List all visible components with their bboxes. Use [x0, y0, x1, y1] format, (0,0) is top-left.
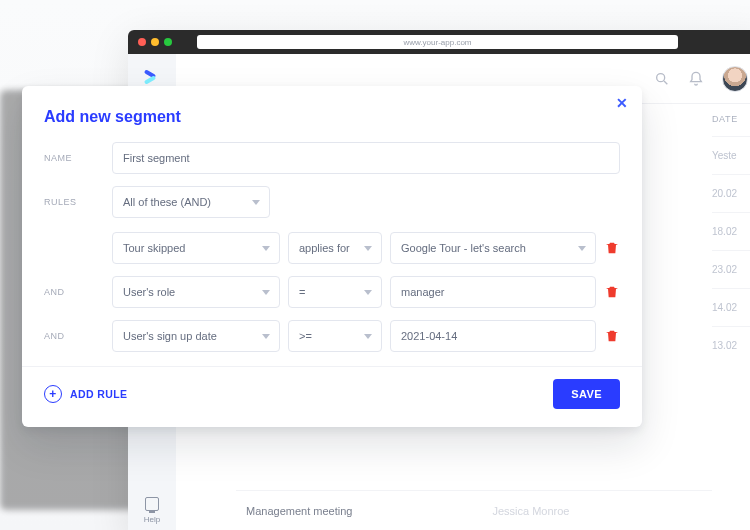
table-row[interactable]: 23.02 [712, 250, 750, 288]
name-label: NAME [44, 153, 102, 163]
trash-icon[interactable] [604, 284, 620, 300]
table-row[interactable]: 14.02 [712, 288, 750, 326]
table-row[interactable]: 20.02 [712, 174, 750, 212]
window-zoom-dot[interactable] [164, 38, 172, 46]
rule-field-select[interactable]: User's role [112, 276, 280, 308]
svg-point-0 [657, 73, 665, 81]
table-row[interactable]: 18.02 [712, 212, 750, 250]
rule-operator-select[interactable]: >= [288, 320, 382, 352]
rule-and-label: AND [44, 287, 102, 297]
date-column: DATE Yeste 20.02 18.02 23.02 14.02 13.02 [712, 104, 750, 364]
trash-icon[interactable] [604, 328, 620, 344]
add-segment-modal: ✕ Add new segment NAME First segment RUL… [22, 86, 642, 427]
combinator-select[interactable]: All of these (AND) [112, 186, 270, 218]
rule-operator-select[interactable]: applies for [288, 232, 382, 264]
window-minimize-dot[interactable] [151, 38, 159, 46]
table-row-bottom[interactable]: Management meeting Jessica Monroe [236, 490, 712, 530]
rule-field-select[interactable]: Tour skipped [112, 232, 280, 264]
rule-operator-select[interactable]: = [288, 276, 382, 308]
segment-name-input[interactable]: First segment [112, 142, 620, 174]
modal-title: Add new segment [44, 108, 620, 126]
browser-url-bar[interactable]: www.your-app.com [197, 35, 678, 49]
search-icon[interactable] [654, 71, 670, 87]
rules-row: RULES All of these (AND) [44, 186, 620, 218]
date-column-header: DATE [712, 104, 750, 136]
svg-line-1 [664, 81, 667, 84]
rule-field-select[interactable]: User's sign up date [112, 320, 280, 352]
help-icon [145, 497, 159, 511]
avatar[interactable] [722, 66, 748, 92]
rule-row-2: AND User's role = manager [44, 276, 620, 308]
rule-value-select[interactable]: Google Tour - let's search [390, 232, 596, 264]
row-person: Jessica Monroe [492, 505, 569, 517]
modal-divider [22, 366, 642, 367]
window-close-dot[interactable] [138, 38, 146, 46]
row-title: Management meeting [246, 505, 352, 517]
rule-and-label: AND [44, 331, 102, 341]
trash-icon[interactable] [604, 240, 620, 256]
name-row: NAME First segment [44, 142, 620, 174]
close-icon[interactable]: ✕ [616, 96, 628, 110]
rule-value-input[interactable]: 2021-04-14 [390, 320, 596, 352]
sidebar-help-label: Help [144, 515, 160, 524]
plus-icon: + [44, 385, 62, 403]
rules-label: RULES [44, 197, 102, 207]
browser-titlebar: www.your-app.com [128, 30, 750, 54]
save-button[interactable]: SAVE [553, 379, 620, 409]
add-rule-label: ADD RULE [70, 388, 127, 400]
app-logo-icon [142, 68, 162, 88]
rule-row-3: AND User's sign up date >= 2021-04-14 [44, 320, 620, 352]
sidebar-help[interactable]: Help [128, 489, 176, 530]
table-row[interactable]: Yeste [712, 136, 750, 174]
bell-icon[interactable] [688, 71, 704, 87]
rule-row-1: Tour skipped applies for Google Tour - l… [44, 232, 620, 264]
table-row[interactable]: 13.02 [712, 326, 750, 364]
add-rule-button[interactable]: + ADD RULE [44, 385, 127, 403]
rule-value-input[interactable]: manager [390, 276, 596, 308]
